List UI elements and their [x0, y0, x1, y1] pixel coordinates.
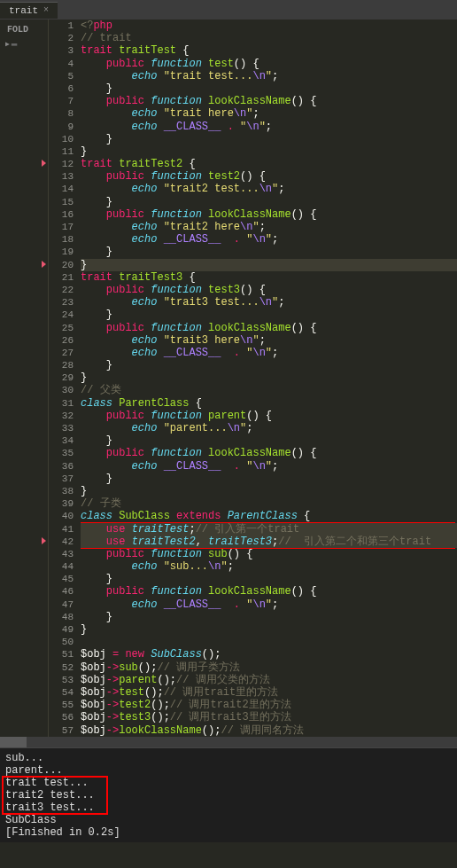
main-area: FOLD ▶ ▬ 1234567891011121314151617181920… — [0, 20, 457, 737]
code-line[interactable]: public function test() { — [81, 58, 457, 70]
line-number: 6 — [49, 82, 74, 95]
code-line[interactable]: echo "trait3 test...\n"; — [81, 296, 457, 309]
code-line[interactable]: $obj->lookClassName();// 调用同名方法 — [81, 724, 457, 737]
code-line[interactable] — [81, 636, 457, 648]
code-line[interactable]: $obj->test2();// 调用trait2里的方法 — [81, 699, 457, 711]
code-line[interactable]: echo __CLASS__ . "\n"; — [81, 460, 457, 473]
code-line[interactable]: $obj->parent();// 调用父类的方法 — [81, 674, 457, 686]
line-number: 10 — [49, 133, 74, 145]
sidebar-title: FOLD — [4, 23, 44, 36]
line-number: 55 — [49, 699, 74, 711]
code-line[interactable]: echo "trait3 here\n"; — [81, 334, 457, 347]
code-line[interactable]: } — [81, 623, 457, 636]
code-line[interactable]: echo "trait test...\n"; — [81, 70, 457, 82]
editor[interactable]: 1234567891011121314151617181920212223242… — [49, 20, 457, 737]
code-line[interactable]: use traitTest;// 引入第一个trait — [81, 523, 457, 536]
code-line[interactable]: public function lookClassName() { — [81, 447, 457, 459]
code-line[interactable]: // 父类 — [81, 384, 457, 396]
code-line[interactable]: } — [81, 259, 457, 271]
code-area[interactable]: <?php// traittrait traitTest { public fu… — [81, 20, 457, 737]
code-line[interactable]: <?php — [81, 20, 457, 32]
code-line[interactable]: } — [81, 196, 457, 208]
code-line[interactable]: echo "parent...\n"; — [81, 422, 457, 434]
line-number: 26 — [49, 334, 74, 347]
line-number: 32 — [49, 410, 74, 422]
line-number: 19 — [49, 246, 74, 258]
code-line[interactable]: public function lookClassName() { — [81, 95, 457, 107]
code-line[interactable]: trait traitTest3 { — [81, 271, 457, 284]
code-line[interactable]: } — [81, 371, 457, 384]
line-number: 5 — [49, 70, 74, 82]
code-line[interactable]: public function lookClassName() { — [81, 585, 457, 598]
code-line[interactable]: trait traitTest2 { — [81, 158, 457, 170]
code-line[interactable]: echo __CLASS__ . "\n"; — [81, 121, 457, 133]
code-line[interactable]: } — [81, 473, 457, 485]
code-line[interactable]: use traitTest2, traitTest3;// 引入第二个和第三个t… — [81, 536, 457, 548]
line-number: 41 — [49, 523, 74, 536]
line-number: 36 — [49, 460, 74, 473]
folder-row[interactable]: ▶ ▬ — [4, 36, 44, 51]
console-line: [Finished in 0.2s] — [5, 826, 452, 839]
line-number: 51 — [49, 648, 74, 661]
code-line[interactable]: $obj->test3();// 调用trait3里的方法 — [81, 711, 457, 723]
console-line: trait2 test... — [5, 789, 452, 802]
line-number: 31 — [49, 397, 74, 410]
code-line[interactable]: echo "sub...\n"; — [81, 560, 457, 573]
code-line[interactable]: $obj->sub();// 调用子类方法 — [81, 661, 457, 674]
line-number: 23 — [49, 296, 74, 309]
code-line[interactable]: echo "trait2 test...\n"; — [81, 183, 457, 195]
code-line[interactable]: class ParentClass { — [81, 397, 457, 410]
code-line[interactable]: public function lookClassName() { — [81, 208, 457, 221]
code-line[interactable]: } — [81, 133, 457, 145]
line-number: 57 — [49, 724, 74, 737]
line-number: 2 — [49, 32, 74, 44]
code-line[interactable]: } — [81, 309, 457, 321]
console-line: parent... — [5, 764, 452, 777]
code-line[interactable]: public function test2() { — [81, 170, 457, 183]
code-line[interactable]: public function lookClassName() { — [81, 322, 457, 334]
code-line[interactable]: echo __CLASS__ . "\n"; — [81, 233, 457, 246]
code-line[interactable]: } — [81, 573, 457, 585]
code-line[interactable]: } — [81, 611, 457, 623]
code-line[interactable]: } — [81, 82, 457, 95]
code-line[interactable]: trait traitTest { — [81, 44, 457, 57]
code-line[interactable]: } — [81, 246, 457, 258]
line-number: 38 — [49, 485, 74, 497]
line-number: 1 — [49, 20, 74, 32]
code-line[interactable]: // 子类 — [81, 497, 457, 510]
line-number: 30 — [49, 384, 74, 396]
line-number: 47 — [49, 598, 74, 611]
code-line[interactable]: } — [81, 145, 457, 158]
horizontal-scrollbar[interactable] — [0, 737, 457, 747]
code-line[interactable]: } — [81, 359, 457, 371]
code-line[interactable]: $obj->test();// 调用trait里的方法 — [81, 686, 457, 699]
line-number: 17 — [49, 221, 74, 233]
console-line: sub... — [5, 752, 452, 764]
fold-marker-icon — [42, 160, 46, 167]
line-number: 13 — [49, 170, 74, 183]
line-number: 44 — [49, 560, 74, 573]
code-line[interactable]: public function parent() { — [81, 410, 457, 422]
code-line[interactable]: } — [81, 434, 457, 447]
close-icon[interactable]: × — [43, 5, 49, 15]
code-line[interactable]: // trait — [81, 32, 457, 44]
code-line[interactable]: echo "trait here\n"; — [81, 107, 457, 120]
line-number: 27 — [49, 347, 74, 359]
code-line[interactable]: $obj = new SubClass(); — [81, 648, 457, 661]
code-line[interactable]: public function sub() { — [81, 548, 457, 560]
scrollbar-thumb[interactable] — [0, 737, 27, 747]
code-line[interactable]: echo "trait2 here\n"; — [81, 221, 457, 233]
console-line: trait test... — [5, 777, 452, 789]
code-line[interactable]: class SubClass extends ParentClass { — [81, 510, 457, 522]
line-number: 15 — [49, 196, 74, 208]
code-line[interactable]: } — [81, 485, 457, 497]
code-line[interactable]: echo __CLASS__ . "\n"; — [81, 598, 457, 611]
line-number: 11 — [49, 145, 74, 158]
line-number: 34 — [49, 434, 74, 447]
file-tab[interactable]: trait × — [0, 2, 58, 19]
line-number: 56 — [49, 711, 74, 723]
code-line[interactable]: public function test3() { — [81, 284, 457, 296]
line-number: 28 — [49, 359, 74, 371]
code-line[interactable]: echo __CLASS__ . "\n"; — [81, 347, 457, 359]
line-number: 37 — [49, 473, 74, 485]
